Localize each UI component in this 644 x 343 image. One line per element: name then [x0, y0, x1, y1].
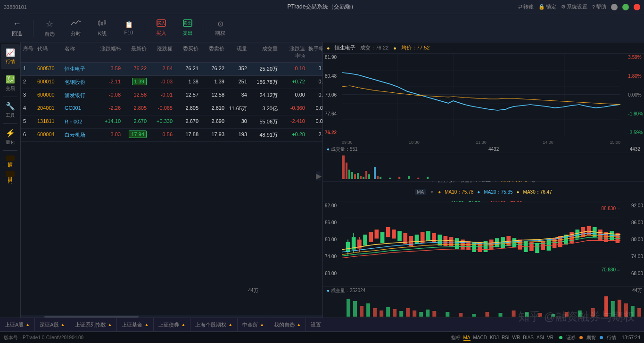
sidebar-item-market[interactable]: 📈 行情 — [1, 44, 20, 69]
help-btn[interactable]: ? 帮助 — [592, 3, 606, 10]
day-volume-svg — [342, 153, 644, 181]
col-code: 代码 — [36, 44, 63, 60]
svg-rect-70 — [455, 238, 459, 249]
indicator-tab-macd[interactable]: MACD — [473, 335, 487, 340]
tab-arrow-5: ▲ — [228, 322, 232, 327]
svg-rect-63 — [415, 235, 419, 244]
tab-sh-bond[interactable]: 上证债券 ▲ — [154, 318, 190, 331]
sidebar-item-tools[interactable]: 🔧 工具 — [1, 98, 20, 122]
timeshare-button[interactable]: 分时 — [64, 16, 88, 41]
kline-button[interactable]: K线 — [90, 16, 115, 41]
svg-rect-112 — [432, 311, 436, 317]
table-body: 1 600570 恒生电子 -3.59 76.22 -2.84 76.21 76… — [21, 63, 322, 315]
row6-total-vol: 48.91万 — [248, 130, 279, 140]
sidebar-item-quant[interactable]: ⚡ 量化 — [1, 125, 20, 149]
win-minimize[interactable] — [611, 4, 618, 10]
tab-sh-index[interactable]: 上证系列指数 ▲ — [70, 318, 117, 331]
buy-button[interactable]: 买入 买入 — [149, 16, 173, 41]
svg-rect-115 — [472, 314, 476, 317]
row6-ask: 17.93 — [200, 130, 226, 140]
indicator-tab-bias[interactable]: BIAS — [523, 335, 534, 340]
win-maximize[interactable] — [622, 4, 629, 10]
svg-rect-129 — [631, 306, 635, 317]
pct-top: 3.59% — [628, 55, 643, 60]
row2-change-amt: -0.03 — [148, 77, 174, 87]
tab-cffe[interactable]: 中金所 ▲ — [238, 318, 269, 331]
tab-arrow-2: ▲ — [108, 322, 112, 327]
sell-button[interactable]: 卖出 卖出 — [175, 16, 200, 41]
svg-rect-95 — [598, 229, 603, 240]
svg-rect-24 — [348, 170, 350, 179]
svg-rect-123 — [578, 310, 582, 317]
row4-speed: -0.360 — [279, 104, 306, 114]
row4-bid: 2.805 — [174, 104, 200, 114]
intraday-label: 日内 — [6, 171, 15, 177]
transfer-btn[interactable]: ⇄ 转账 — [518, 3, 534, 10]
svg-rect-38 — [417, 178, 419, 179]
col-total-vol: 成交量 — [248, 44, 279, 60]
indicator-tab-wr[interactable]: WR — [512, 335, 520, 340]
svg-rect-30 — [365, 171, 367, 179]
tab-arrow-7: ▲ — [297, 322, 301, 327]
sidebar-item-trade[interactable]: 💹 交易 — [1, 71, 20, 96]
indicator-tab-vr[interactable]: VR — [547, 335, 553, 340]
table-row[interactable]: 2 600010 包钢股份 -2.11 1.39 -0.03 1.38 1.39… — [21, 76, 322, 89]
row1-total-vol: 25.20万 — [248, 64, 279, 74]
time-label-1400: 14:00 — [543, 140, 553, 145]
svg-rect-35 — [389, 178, 391, 179]
price-level-mid-upper: 79.06 — [325, 92, 337, 98]
sidebar-item-extend[interactable]: 扩展 — [1, 152, 20, 165]
back-icon: ← — [13, 19, 21, 29]
svg-rect-93 — [587, 226, 591, 235]
lock-btn[interactable]: 🔒 锁定 — [538, 3, 556, 10]
svg-rect-111 — [426, 310, 429, 317]
table-row[interactable]: 3 600000 浦发银行 -0.08 12.58 -0.01 12.57 12… — [21, 89, 322, 102]
indicator-tab-rsi[interactable]: RSI — [502, 335, 510, 340]
settings-btn[interactable]: ⚙ 系统设置 — [561, 3, 587, 10]
tab-arrow-1: ▲ — [61, 322, 65, 327]
ma-type-selector[interactable]: MA — [415, 189, 426, 195]
table-row[interactable]: 1 600570 恒生电子 -3.59 76.22 -2.84 76.21 76… — [21, 63, 322, 76]
tab-my-watchlist[interactable]: 我的自选 ▲ — [269, 318, 306, 331]
statusbar: 版本号：PTrade1.0-ClientV201904.00 指标 MA MAC… — [0, 332, 644, 343]
tab-sh-options[interactable]: 上海个股期权 ▲ — [190, 318, 238, 331]
tab-settings[interactable]: 设置 — [306, 318, 326, 331]
f10-icon: 📋 — [125, 21, 133, 28]
table-row[interactable]: 6 600004 白云机场 -3.03 17.94 -0.56 17.88 17… — [21, 129, 322, 142]
row6-vol: 193 — [226, 130, 248, 140]
back-button[interactable]: ← 回退 — [5, 16, 29, 41]
pct-upper: 1.80% — [628, 74, 643, 79]
table-row[interactable]: 4 204001 GC001 -2.26 2.805 -0.065 2.805 … — [21, 102, 322, 115]
table-row[interactable]: 5 131811 R－002 +14.10 2.670 +0.330 2.670… — [21, 115, 322, 129]
svg-rect-65 — [426, 231, 430, 241]
col-bid: 委买价 — [174, 44, 200, 60]
indicator-tab-ma[interactable]: MA — [463, 335, 471, 341]
row3-price: 12.58 — [122, 90, 148, 100]
row4-turnover: 0.000 — [306, 104, 322, 114]
row4-name: GC001 — [63, 104, 96, 114]
tab-shanghai-a[interactable]: 上证A股 ▲ — [0, 318, 35, 331]
col-no: 序号 — [22, 44, 36, 60]
row6-speed: +0.28 — [279, 130, 306, 140]
futures-label: 期货 — [586, 335, 596, 341]
options-button[interactable]: ⊙ 期权 — [208, 16, 232, 41]
indicator-tab-zhibiao[interactable]: 指标 — [451, 335, 461, 341]
svg-rect-114 — [459, 313, 462, 317]
intraday-chart-svg — [342, 54, 620, 136]
row1-code: 600570 — [36, 64, 63, 74]
f10-button[interactable]: 📋 F10 — [116, 16, 141, 41]
indicator-tabs: 指标 MA MACD KDJ RSI WR BIAS ASI VR — [451, 335, 554, 341]
tab-sh-fund[interactable]: 上证基金 ▲ — [117, 318, 154, 331]
sidebar-item-intraday[interactable]: 日内 — [1, 167, 20, 180]
watchlist-button[interactable]: ☆ 自选 — [37, 16, 62, 41]
row3-speed: 0.00 — [279, 90, 306, 100]
chart-area: ● 恒生电子 成交：76.22 ● 均价：77.52 81.90 80.48 7… — [322, 42, 644, 318]
indicator-tab-kdj[interactable]: KDJ — [490, 335, 499, 340]
svg-rect-100 — [353, 301, 357, 317]
tab-shenzhen-a[interactable]: 深证A股 ▲ — [35, 318, 70, 331]
svg-rect-55 — [369, 232, 373, 242]
indicator-tab-asi[interactable]: ASI — [537, 335, 544, 340]
svg-rect-74 — [478, 243, 482, 252]
win-close[interactable] — [634, 4, 640, 10]
titlebar: 33880101 PTrade交易系统（交易端） ⇄ 转账 🔒 锁定 ⚙ 系统设… — [0, 0, 644, 14]
